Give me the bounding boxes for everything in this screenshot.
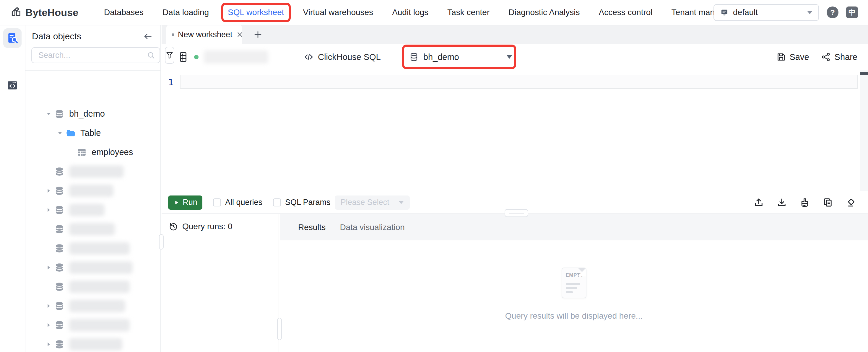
caret-right-icon[interactable]: [44, 303, 54, 309]
tree-item-redacted[interactable]: [25, 334, 160, 352]
tree-item-redacted[interactable]: [25, 238, 160, 258]
search-input[interactable]: [38, 51, 144, 60]
caret-down-icon[interactable]: [55, 130, 65, 136]
rail-item-data-objects[interactable]: [3, 28, 22, 48]
database-selector-value: bh_demo: [423, 52, 502, 62]
editor-active-line[interactable]: [180, 75, 858, 89]
save-button[interactable]: Save: [776, 52, 809, 62]
database-selector[interactable]: bh_demo: [409, 52, 512, 62]
share-button[interactable]: Share: [821, 52, 857, 62]
run-button[interactable]: Run: [168, 195, 203, 210]
data-objects-icon: [6, 32, 18, 44]
results-empty-state: EMPTY Query results will be displayed he…: [280, 241, 868, 352]
nav-item-label: SQL worksheet: [228, 8, 284, 17]
export-download-button[interactable]: [776, 197, 787, 208]
redacted-label: [69, 319, 130, 331]
tree-item-redacted[interactable]: [25, 162, 160, 181]
worksheet-tab[interactable]: New worksheet: [166, 25, 242, 44]
tree-item-label: Table: [80, 128, 101, 138]
help-button[interactable]: ?: [827, 6, 838, 18]
redacted-label: [69, 242, 130, 255]
tree-item-redacted[interactable]: [25, 258, 160, 277]
nav-item-databases[interactable]: Databases: [104, 0, 144, 25]
query-runs-resize-handle[interactable]: [277, 318, 282, 340]
database-icon: [409, 52, 418, 62]
results-area: Results Data visualization EMPTY Query r…: [280, 214, 868, 352]
dialect-selector[interactable]: ClickHouse SQL: [304, 52, 381, 62]
nav-item-audit-logs[interactable]: Audit logs: [392, 0, 428, 25]
tree-item-Table[interactable]: Table: [25, 123, 160, 142]
nav-item-label: Access control: [599, 8, 653, 17]
worksheet-toolbar: ClickHouse SQL bh_demo Save: [162, 44, 868, 70]
code-icon: [304, 52, 314, 62]
tree-item-redacted[interactable]: [25, 181, 160, 200]
tab-results[interactable]: Results: [298, 223, 326, 232]
tree-item-redacted[interactable]: [25, 277, 160, 296]
nav-item-access-control[interactable]: Access control: [599, 0, 653, 25]
brand-name: ByteHouse: [25, 7, 78, 18]
connection-status-dot: [194, 55, 198, 59]
nav-item-data-loading[interactable]: Data loading: [162, 0, 209, 25]
nav-item-label: Databases: [104, 8, 144, 17]
search-box: [31, 47, 160, 63]
sidebar-resize-handle[interactable]: [159, 234, 164, 250]
import-upload-button[interactable]: [753, 197, 764, 208]
tab-data-visualization[interactable]: Data visualization: [340, 223, 404, 232]
tree-item-employees[interactable]: employees: [25, 142, 160, 162]
brand-logo[interactable]: ByteHouse: [10, 0, 78, 25]
clear-eraser-button[interactable]: [845, 197, 856, 208]
chevron-down-icon: [807, 11, 812, 14]
filter-button[interactable]: [165, 47, 174, 64]
close-tab-icon[interactable]: [236, 31, 244, 38]
warehouse-select[interactable]: default: [713, 4, 819, 21]
warehouse-rack-icon[interactable]: [178, 52, 189, 63]
sql-params-checkbox[interactable]: SQL Params: [273, 198, 331, 207]
empty-message: Query results will be displayed here...: [505, 311, 643, 321]
warehouse-name-redacted[interactable]: [204, 51, 268, 63]
language-toggle-button[interactable]: 中: [846, 6, 858, 18]
tree-item-redacted[interactable]: [25, 219, 160, 238]
rail-item-sql-worksheets[interactable]: [3, 75, 22, 95]
database-icon: [54, 320, 64, 330]
caret-right-icon[interactable]: [44, 341, 54, 348]
nav-item-task-center[interactable]: Task center: [447, 0, 490, 25]
run-label: Run: [183, 198, 197, 207]
nav-item-label: Data loading: [162, 8, 209, 17]
nav-item-virtual-warehouses[interactable]: Virtual warehouses: [303, 0, 373, 25]
caret-right-icon[interactable]: [44, 188, 54, 194]
nav-item-label: Virtual warehouses: [303, 8, 373, 17]
tree-item-redacted[interactable]: [25, 296, 160, 315]
sql-editor[interactable]: 1: [162, 70, 868, 191]
ruler-cursor-marker: [860, 72, 868, 75]
query-runs-panel: Query runs: 0: [162, 214, 279, 352]
tree-item-redacted[interactable]: [25, 315, 160, 334]
bytehouse-app: ByteHouse DatabasesData loadingSQL works…: [0, 0, 868, 352]
tree-item-redacted[interactable]: [25, 200, 160, 219]
editor-overview-ruler[interactable]: [860, 70, 868, 191]
history-icon: [169, 222, 178, 231]
dialect-label: ClickHouse SQL: [318, 52, 381, 62]
params-select-disabled[interactable]: Please Select: [335, 195, 410, 210]
header-right-controls: default ? 中: [713, 0, 858, 25]
search-icon: [147, 51, 155, 60]
collapse-panel-arrow-icon[interactable]: [143, 31, 153, 41]
database-icon: [54, 339, 64, 349]
caret-right-icon[interactable]: [44, 322, 54, 328]
format-brush-button[interactable]: [800, 197, 810, 208]
warehouse-icon: [720, 8, 729, 17]
nav-item-diagnostic-analysis[interactable]: Diagnostic Analysis: [508, 0, 580, 25]
caret-right-icon[interactable]: [44, 264, 54, 271]
checkbox-icon: [273, 198, 281, 206]
caret-down-icon[interactable]: [44, 111, 54, 117]
copy-button[interactable]: [823, 197, 833, 208]
database-icon: [54, 186, 64, 196]
editor-results-resize-handle[interactable]: [505, 209, 528, 217]
tree-item-bh_demo[interactable]: bh_demo: [25, 104, 160, 123]
add-worksheet-button[interactable]: [249, 25, 267, 44]
query-runs-row[interactable]: Query runs: 0: [169, 222, 279, 231]
nav-item-sql-worksheet[interactable]: SQL worksheet: [228, 0, 284, 25]
all-queries-checkbox[interactable]: All queries: [213, 198, 262, 207]
caret-right-icon[interactable]: [44, 207, 54, 213]
language-icon: 中: [848, 8, 856, 17]
database-icon: [54, 282, 64, 292]
